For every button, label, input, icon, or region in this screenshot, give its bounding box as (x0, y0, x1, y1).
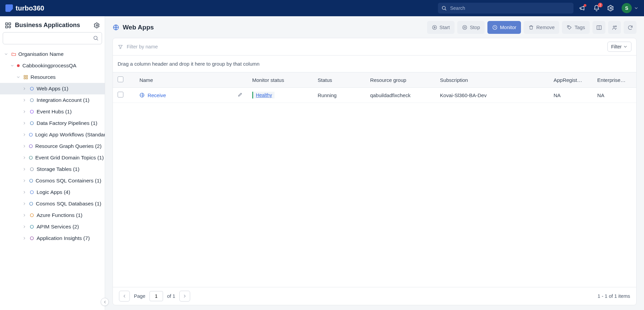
col-header-app[interactable]: AppRegist… (549, 72, 592, 88)
chevron-left-icon (103, 300, 107, 304)
resource-link[interactable]: Receive (147, 92, 166, 98)
globe-icon (139, 92, 145, 98)
chevron-right-icon (22, 225, 27, 229)
sidebar-item-label: Azure Functions (1) (37, 212, 82, 218)
remove-button[interactable]: Remove (524, 21, 559, 34)
cell-app: NA (549, 88, 592, 103)
sidebar-item-label: Resource Graph Queries (2) (35, 143, 102, 149)
refresh-button[interactable] (624, 21, 637, 34)
users-icon (612, 25, 618, 30)
sidebar-item[interactable]: Cosmos SQL Containers (1) (0, 175, 105, 186)
chevron-right-icon (182, 294, 187, 298)
col-header-name[interactable]: Name (135, 72, 247, 88)
sidebar-item-label: Event Grid Domain Topics (1) (35, 155, 104, 161)
svg-point-1 (610, 7, 612, 9)
columns-button[interactable] (592, 21, 605, 34)
svg-rect-2 (6, 23, 8, 25)
avatar: S (622, 3, 632, 13)
resource-type-icon (29, 190, 35, 195)
col-header-ent[interactable]: Enterprise… (592, 72, 636, 88)
folder-icon (11, 51, 16, 57)
svg-point-31 (568, 26, 569, 27)
tree-org[interactable]: Organisation Name (0, 48, 105, 60)
chevron-right-icon (22, 179, 27, 183)
svg-rect-4 (6, 26, 8, 28)
brand-logo[interactable]: turbo360 (5, 4, 44, 12)
monitor-status-pill[interactable]: Healthy (252, 92, 275, 98)
sidebar-item[interactable]: Web Apps (1) (0, 83, 105, 94)
col-header-check[interactable] (113, 72, 135, 88)
resource-type-icon (29, 224, 35, 229)
global-search-input[interactable] (438, 3, 573, 14)
chevron-down-icon (10, 64, 15, 68)
sidebar-search-input[interactable] (3, 32, 102, 44)
sidebar-item[interactable]: Event Hubs (1) (0, 106, 105, 117)
sidebar-settings-button[interactable] (94, 22, 100, 28)
resource-type-icon (29, 120, 35, 126)
announce-button[interactable] (579, 5, 586, 12)
sidebar-item[interactable]: Data Factory Pipelines (1) (0, 117, 105, 129)
chevron-right-icon (22, 236, 27, 240)
svg-point-34 (615, 26, 617, 27)
columns-icon (596, 25, 602, 30)
page-number-input[interactable] (149, 291, 163, 301)
sidebar-tree: Organisation Name CabbookingprocessQA Re… (0, 48, 105, 310)
user-menu[interactable]: S (622, 3, 639, 13)
sidebar-item[interactable]: Logic App Workflows (Standard) (0, 129, 105, 140)
filter-input[interactable] (127, 42, 607, 51)
sidebar-title: Business Applications (15, 22, 80, 29)
tags-button[interactable]: Tags (562, 21, 590, 34)
sidebar-header: Business Applications (0, 16, 105, 32)
svg-point-19 (30, 168, 33, 171)
start-button[interactable]: Start (427, 21, 455, 34)
stop-button[interactable]: Stop (457, 21, 485, 34)
sidebar-item[interactable]: Application Insights (7) (0, 232, 105, 244)
svg-point-28 (463, 25, 467, 29)
monitor-button[interactable]: Monitor (487, 21, 521, 34)
table-header-row: Name Monitor status Status Resource grou… (113, 72, 636, 88)
resource-type-icon (29, 213, 35, 218)
sidebar-item[interactable]: Integration Account (1) (0, 94, 105, 106)
row-checkbox[interactable] (118, 92, 123, 97)
next-page-button[interactable] (179, 291, 190, 302)
col-header-sub[interactable]: Subscription (435, 72, 549, 88)
tag-icon (567, 25, 572, 30)
pager-summary: 1 - 1 of 1 items (598, 293, 630, 299)
tree-profile[interactable]: CabbookingprocessQA (0, 60, 105, 71)
resource-type-icon (29, 97, 35, 103)
chevron-right-icon (22, 190, 27, 194)
svg-point-33 (613, 26, 615, 27)
search-icon (441, 5, 447, 11)
sidebar-search (3, 32, 102, 44)
page-of-label: of 1 (167, 293, 175, 299)
col-header-status[interactable]: Status (313, 72, 365, 88)
sidebar-item[interactable]: Logic Apps (4) (0, 186, 105, 198)
sidebar-item[interactable]: Resource Graph Queries (2) (0, 140, 105, 152)
sidebar-item[interactable]: Event Grid Domain Topics (1) (0, 152, 105, 163)
sidebar-item[interactable]: Cosmos SQL Databases (1) (0, 198, 105, 209)
tree-org-label: Organisation Name (18, 51, 64, 57)
col-header-monitor[interactable]: Monitor status (247, 72, 313, 88)
sidebar-item[interactable]: Azure Functions (1) (0, 209, 105, 221)
select-all-checkbox[interactable] (118, 76, 123, 82)
settings-button[interactable] (607, 5, 614, 12)
sidebar-item[interactable]: Storage Tables (1) (0, 163, 105, 175)
filter-button[interactable]: Filter (607, 42, 631, 52)
topbar-actions: 2 S (579, 3, 639, 13)
edit-button[interactable] (238, 92, 243, 98)
sidebar-item[interactable]: APIM Services (2) (0, 221, 105, 232)
prev-page-button[interactable] (119, 291, 130, 302)
share-button[interactable] (608, 21, 621, 34)
notifications-button[interactable]: 2 (593, 5, 600, 12)
brand-name: turbo360 (16, 4, 44, 12)
status-dot-icon (17, 64, 20, 67)
col-header-rg[interactable]: Resource group (365, 72, 435, 88)
tree-resources[interactable]: Resources (0, 71, 105, 83)
sidebar-item-label: Logic Apps (4) (37, 189, 70, 195)
sidebar-collapse-button[interactable] (101, 298, 109, 306)
chevron-right-icon (22, 87, 27, 91)
table-row[interactable]: ReceiveHealthyRunningqabuildadfixcheckKo… (113, 88, 636, 103)
action-bar: Start Stop Monitor Remove Tags (427, 21, 637, 34)
play-icon (432, 25, 437, 30)
group-by-zone[interactable]: Drag a column header and drop it here to… (113, 56, 636, 72)
